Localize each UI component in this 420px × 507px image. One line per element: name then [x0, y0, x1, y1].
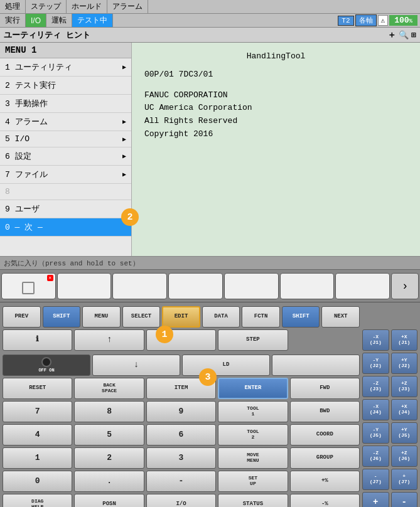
- num-4[interactable]: 4: [3, 424, 72, 446]
- menu-button[interactable]: MENU: [82, 306, 121, 328]
- red-x-badge: ✕: [47, 275, 53, 281]
- num-5[interactable]: 5: [74, 424, 144, 446]
- top-btn-step[interactable]: ステップ: [26, 0, 67, 13]
- info-button[interactable]: ℹ: [3, 329, 72, 351]
- menu-item-9[interactable]: 9 ユーザ: [0, 200, 131, 218]
- io-button[interactable]: I/O: [26, 14, 46, 27]
- fctn-button[interactable]: FCTN: [242, 306, 280, 328]
- prev-button[interactable]: PREV: [3, 306, 41, 328]
- keypad-area: PREV SHIFT MENU SELECT EDIT DATA FCTN SH…: [0, 302, 420, 507]
- menu-item-1[interactable]: 1 ユーティリティ ▶: [0, 58, 131, 77]
- posn-button[interactable]: POSN: [74, 494, 144, 507]
- num-1[interactable]: 1: [3, 447, 72, 469]
- softkey-6[interactable]: [280, 273, 335, 299]
- tool2-button[interactable]: TOOL 2: [218, 424, 288, 446]
- top-btn-alarm[interactable]: アラーム: [107, 0, 148, 13]
- app-name: HandlingTool: [144, 50, 407, 63]
- menu-item-7[interactable]: 7 ファイル ▶: [0, 166, 131, 184]
- movemenu-button[interactable]: MOVE MENU: [218, 447, 288, 469]
- menu-item-3[interactable]: 3 手動操作: [0, 95, 131, 113]
- jog-plus-y-j5[interactable]: +Y (J5): [391, 422, 418, 444]
- tool1-button[interactable]: TOOL 1: [218, 401, 288, 422]
- edit-button[interactable]: EDIT: [162, 306, 200, 328]
- jog-minus-z-j3[interactable]: -Z (J3): [362, 376, 389, 397]
- second-bar: 実行 I/O 運転 テスト中 T2 各軸 ⚠ 100%: [0, 14, 420, 28]
- group-button[interactable]: GROUP: [290, 447, 360, 469]
- jog-minus-y-j5[interactable]: -Y (J5): [362, 422, 389, 444]
- menu-item-8: 8: [0, 184, 131, 200]
- num-8[interactable]: 8: [74, 401, 144, 422]
- menu-item-4[interactable]: 4 アラーム ▶: [0, 113, 131, 131]
- jog-plus-y-j2[interactable]: +Y (J2): [391, 353, 418, 374]
- badge-2: 2: [121, 208, 139, 226]
- status-button[interactable]: STATUS: [218, 494, 288, 507]
- softkey-next[interactable]: ›: [391, 273, 419, 299]
- backspace-button[interactable]: BACK SPACE: [74, 378, 144, 399]
- setup-button[interactable]: SET UP: [218, 471, 288, 492]
- softkey-3[interactable]: [112, 273, 167, 299]
- softkey-5[interactable]: [224, 273, 279, 299]
- drive-button[interactable]: 運転: [46, 14, 72, 27]
- rights-line: All Rights Reserved: [144, 115, 407, 128]
- jog-minus-y-j2[interactable]: -Y (J2): [362, 353, 389, 374]
- plus-pct-button[interactable]: +%: [290, 471, 360, 492]
- arrow-1: ▶: [122, 63, 126, 71]
- reset-button[interactable]: RESET: [3, 378, 72, 399]
- bwd-button[interactable]: BWD: [290, 401, 360, 422]
- speed-percent: 100%: [389, 15, 417, 26]
- num-dot[interactable]: .: [74, 471, 144, 492]
- test-button[interactable]: テスト中: [72, 14, 113, 27]
- num-9[interactable]: 9: [146, 401, 216, 422]
- offon-button[interactable]: OFF ON: [3, 355, 90, 376]
- num-0[interactable]: 0: [3, 471, 72, 492]
- num-7[interactable]: 7: [3, 401, 72, 422]
- num-minus[interactable]: -: [146, 471, 216, 492]
- softkey-4[interactable]: [168, 273, 223, 299]
- up-button[interactable]: ↑: [74, 329, 144, 351]
- favorites-bar: お気に入り（press and hold to set）: [0, 256, 420, 270]
- jog-minus-x-j4[interactable]: -X (J4): [362, 399, 389, 420]
- top-btn-hold[interactable]: ホールド: [67, 0, 107, 13]
- menu-item-0[interactable]: 0 — 次 —: [0, 218, 131, 237]
- num-2[interactable]: 2: [74, 447, 144, 469]
- data-button[interactable]: DATA: [202, 306, 240, 328]
- coord-button[interactable]: COORD: [290, 424, 360, 446]
- softkey-2[interactable]: [57, 273, 112, 299]
- jog-plus-x-j4[interactable]: +X (J4): [391, 399, 418, 420]
- jog-minus-x-j1[interactable]: -X (J1): [362, 329, 389, 351]
- run-button[interactable]: 実行: [0, 14, 26, 27]
- menu-item-2[interactable]: 2 テスト実行: [0, 77, 131, 95]
- num-3[interactable]: 3: [146, 447, 216, 469]
- company-sub: UC America Corporation: [144, 102, 407, 115]
- step-button[interactable]: STEP: [218, 329, 288, 351]
- jog-plus-x-j1[interactable]: +X (J1): [391, 329, 418, 351]
- ld-button[interactable]: LD: [182, 355, 270, 376]
- shift-button-l[interactable]: SHIFT: [43, 306, 81, 328]
- shift-button-r[interactable]: SHIFT: [282, 306, 320, 328]
- jog-minus-z-j6[interactable]: -Z (J6): [362, 446, 389, 467]
- jog-plus-z-j3[interactable]: +Z (J3): [391, 376, 418, 397]
- fwd-button[interactable]: FWD: [290, 378, 360, 399]
- jog-minus-extra[interactable]: -: [391, 492, 418, 507]
- menu-item-5[interactable]: 5 I/O ▶: [0, 131, 131, 147]
- down-button[interactable]: ↓: [92, 355, 180, 376]
- off-circle: [41, 357, 51, 367]
- select-button[interactable]: SELECT: [122, 306, 161, 328]
- io-key-button[interactable]: I/O: [146, 494, 216, 507]
- minus-pct-button[interactable]: -%: [290, 494, 360, 507]
- top-btn-process[interactable]: 処理: [0, 0, 26, 13]
- next-button[interactable]: NEXT: [321, 306, 360, 328]
- diag-button[interactable]: DIAG HELP: [3, 494, 72, 507]
- softkey-1[interactable]: ✕: [1, 273, 56, 299]
- plus-icon[interactable]: ＋: [387, 29, 396, 41]
- num-6[interactable]: 6: [146, 424, 216, 446]
- magnify-icon[interactable]: 🔍: [399, 30, 409, 40]
- grid-icon[interactable]: ⊞: [411, 30, 416, 40]
- jog-plus-j7[interactable]: + (J7): [391, 469, 418, 490]
- enter-button[interactable]: ENTER: [218, 378, 288, 399]
- jog-minus-j7[interactable]: - (J7): [362, 469, 389, 490]
- jog-plus-extra[interactable]: +: [362, 492, 389, 507]
- jog-plus-z-j6[interactable]: +Z (J6): [391, 446, 418, 467]
- softkey-7[interactable]: [335, 273, 390, 299]
- menu-item-6[interactable]: 6 設定 ▶: [0, 147, 131, 166]
